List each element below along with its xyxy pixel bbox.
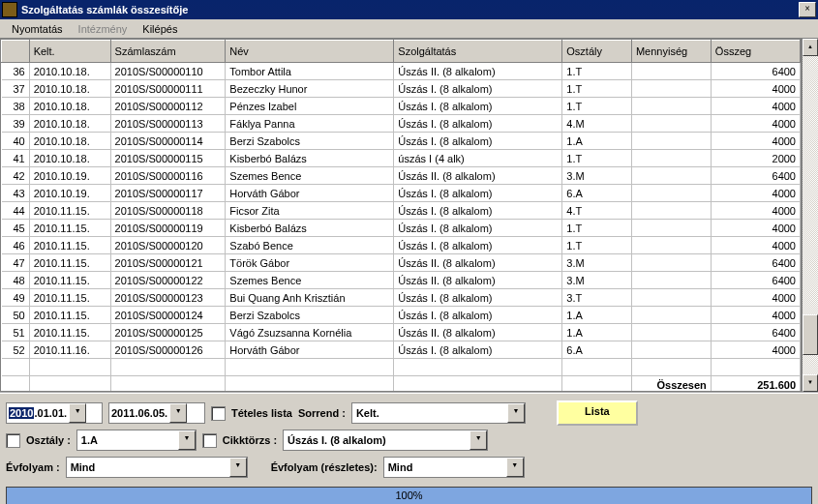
- date-to-input[interactable]: 2011.06.05. ▼: [108, 402, 205, 424]
- window-title: Szolgáltatás számlák összesítője: [21, 4, 799, 15]
- col-osszeg[interactable]: Összeg: [711, 41, 800, 63]
- table-row[interactable]: 482010.11.15.2010S/S00000122Szemes Bence…: [2, 272, 801, 289]
- chevron-down-icon[interactable]: ▼: [506, 458, 524, 477]
- scroll-down-icon[interactable]: ▼: [803, 374, 818, 392]
- date-from-input[interactable]: 2010.01.01. ▼: [6, 402, 103, 424]
- osztaly-label: Osztály :: [26, 434, 71, 446]
- menu-nyomtatas[interactable]: Nyomtatás: [4, 21, 71, 37]
- col-rownum[interactable]: [2, 41, 30, 63]
- col-szamlaszam[interactable]: Számlaszám: [110, 41, 226, 63]
- table-row[interactable]: 522010.11.16.2010S/S00000126Horváth Gábo…: [2, 341, 801, 359]
- summary-label: Összesen: [631, 376, 711, 393]
- scroll-track[interactable]: [803, 56, 818, 374]
- grid-area: Kelt. Számlaszám Név Szolgáltatás Osztál…: [0, 39, 818, 392]
- col-szolgaltatas[interactable]: Szolgáltatás: [394, 41, 562, 63]
- table-row[interactable]: 432010.10.19.2010S/S00000117Horváth Gábo…: [2, 185, 801, 202]
- cikktorzs-combo[interactable]: Úszás I. (8 alkalom) ▼: [283, 430, 488, 451]
- table-row[interactable]: 472010.11.15.2010S/S00000121Török GáborÚ…: [2, 254, 801, 272]
- summary-row: Összesen 251.600: [2, 376, 801, 393]
- chevron-down-icon[interactable]: ▼: [507, 403, 525, 423]
- table-row[interactable]: 422010.10.19.2010S/S00000116Szemes Bence…: [2, 167, 801, 185]
- osztaly-checkbox[interactable]: [6, 433, 20, 448]
- title-bar: Szolgáltatás számlák összesítője ×: [0, 0, 818, 19]
- table-row[interactable]: 412010.10.18.2010S/S00000115Kisberbó Bal…: [2, 150, 801, 167]
- table-row[interactable]: 382010.10.18.2010S/S00000112Pénzes Izabe…: [2, 98, 801, 115]
- table-row[interactable]: 362010.10.18.2010S/S00000110Tombor Attil…: [2, 63, 801, 80]
- table-row[interactable]: 512010.11.15.2010S/S00000125Vágó Zsuzsan…: [2, 324, 801, 341]
- table-row[interactable]: 392010.10.18.2010S/S00000113Fáklya Panna…: [2, 115, 801, 133]
- evfolyam-reszletes-combo[interactable]: Mind ▼: [383, 457, 525, 478]
- sorrend-combo[interactable]: Kelt. ▼: [351, 402, 526, 424]
- table-row[interactable]: 502010.11.15.2010S/S00000124Berzi Szabol…: [2, 307, 801, 324]
- lista-button[interactable]: Lista: [557, 400, 638, 426]
- vertical-scrollbar[interactable]: ▲ ▼: [802, 39, 818, 392]
- table-row[interactable]: 492010.11.15.2010S/S00000123Bui Quang An…: [2, 289, 801, 307]
- controls-panel: 2010.01.01. ▼ 2011.06.05. ▼ Tételes list…: [0, 392, 818, 483]
- table-row[interactable]: 462010.11.15.2010S/S00000120Szabó BenceÚ…: [2, 237, 801, 254]
- col-kelt[interactable]: Kelt.: [29, 41, 110, 63]
- empty-row: [2, 359, 801, 376]
- col-osztaly[interactable]: Osztály: [562, 41, 632, 63]
- teteles-lista-checkbox[interactable]: [211, 406, 226, 421]
- header-row: Kelt. Számlaszám Név Szolgáltatás Osztál…: [2, 41, 801, 63]
- col-nev[interactable]: Név: [226, 41, 394, 63]
- progress-bar: 100%: [6, 487, 812, 504]
- evfolyam-label: Évfolyam :: [6, 461, 60, 473]
- table-row[interactable]: 402010.10.18.2010S/S00000114Berzi Szabol…: [2, 133, 801, 150]
- evfolyam-reszletes-label: Évfolyam (részletes):: [271, 461, 378, 473]
- col-mennyiseg[interactable]: Mennyiség: [631, 41, 711, 63]
- close-button[interactable]: ×: [799, 2, 816, 17]
- osztaly-combo[interactable]: 1.A ▼: [76, 430, 197, 451]
- menu-bar: Nyomtatás Intézmény Kilépés: [0, 19, 818, 39]
- summary-total: 251.600: [711, 376, 800, 393]
- chevron-down-icon[interactable]: ▼: [470, 430, 487, 450]
- table-row[interactable]: 452010.11.15.2010S/S00000119Kisberbó Bal…: [2, 220, 801, 237]
- evfolyam-combo[interactable]: Mind ▼: [66, 457, 248, 478]
- chevron-down-icon[interactable]: ▼: [229, 458, 247, 477]
- chevron-down-icon[interactable]: ▼: [169, 403, 187, 423]
- teteles-lista-label: Tételes lista: [231, 407, 292, 419]
- cikktorzs-label: Cikktörzs :: [223, 434, 277, 446]
- menu-intezmeny: Intézmény: [71, 21, 136, 37]
- chevron-down-icon[interactable]: ▼: [178, 430, 196, 450]
- table-row[interactable]: 442010.11.15.2010S/S00000118Ficsor ZitaÚ…: [2, 202, 801, 220]
- sorrend-label: Sorrend :: [298, 407, 346, 419]
- scroll-up-icon[interactable]: ▲: [803, 39, 818, 56]
- cikktorzs-checkbox[interactable]: [202, 433, 217, 448]
- app-icon: [2, 2, 17, 17]
- scroll-thumb[interactable]: [803, 314, 818, 355]
- menu-kilepes[interactable]: Kilépés: [135, 21, 185, 37]
- data-grid[interactable]: Kelt. Számlaszám Név Szolgáltatás Osztál…: [0, 39, 802, 392]
- table-row[interactable]: 372010.10.18.2010S/S00000111Bezeczky Hun…: [2, 80, 801, 98]
- chevron-down-icon[interactable]: ▼: [69, 403, 86, 423]
